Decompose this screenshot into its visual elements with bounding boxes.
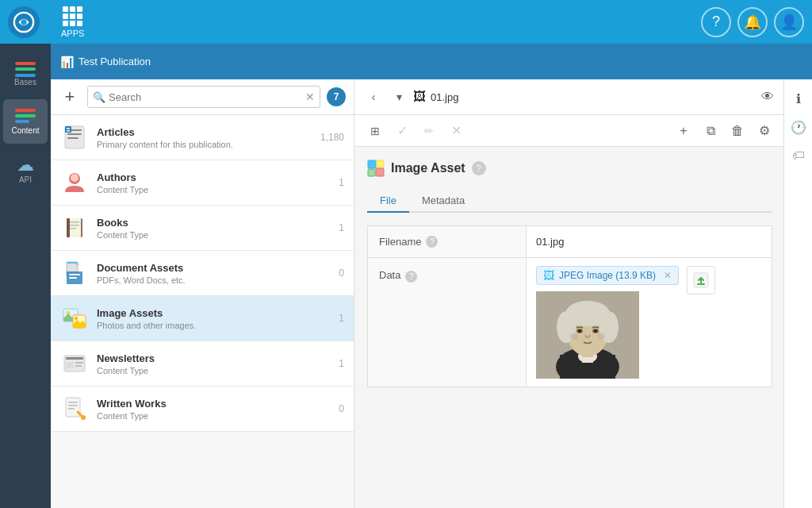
image-assets-count: 1 (339, 313, 344, 324)
list-item[interactable]: Articles Primary content for this public… (51, 115, 354, 160)
asset-title-text: Image Asset (391, 161, 465, 175)
detail-area: Image Asset ? File Metadata Filename ? (354, 147, 812, 508)
sidebar-item-bases[interactable]: Bases (3, 52, 48, 96)
search-clear-icon[interactable]: ✕ (305, 90, 315, 103)
asset-title-row: Image Asset ? (367, 160, 772, 177)
authors-sub: Content Type (97, 185, 332, 194)
list-item-active[interactable]: Image Assets Photos and other images. 1 (51, 296, 354, 341)
document-assets-icon (60, 259, 89, 287)
svg-rect-29 (75, 362, 83, 364)
bases-icon (15, 62, 36, 78)
notification-icon[interactable]: 🔔 (737, 7, 768, 37)
api-icon: ☁ (17, 155, 34, 175)
image-assets-info: Image Assets Photos and other images. (97, 307, 332, 330)
svg-rect-38 (377, 160, 384, 167)
tags-sidebar-button[interactable]: 🏷 (787, 144, 810, 167)
books-name: Books (97, 217, 332, 229)
svg-rect-40 (376, 168, 384, 176)
written-works-name: Written Works (97, 398, 332, 410)
stack-icon[interactable]: ⊞ (364, 120, 386, 142)
data-help-icon[interactable]: ? (405, 271, 417, 283)
list-item[interactable]: Authors Content Type 1 (51, 160, 354, 206)
upload-button[interactable] (687, 266, 715, 294)
toolbar-copy-button[interactable]: ⧉ (699, 120, 722, 142)
sidebar-item-content[interactable]: Content (3, 99, 48, 144)
books-count: 1 (339, 222, 344, 233)
right-toolbar: ⊞ ✓ ✏ ✕ + ⧉ 🗑 ⚙ ⋮ (354, 115, 812, 147)
doc-assets-sub: PDFs, Word Docs, etc. (97, 275, 332, 285)
svg-point-54 (578, 329, 582, 333)
toolbar-delete-button[interactable]: 🗑 (726, 120, 749, 142)
filename-help-icon[interactable]: ? (426, 236, 438, 248)
check-button[interactable]: ✓ (391, 120, 413, 142)
top-nav: APPS ? 🔔 👤 (0, 0, 812, 44)
written-works-info: Written Works Content Type (97, 398, 332, 421)
filename-label-text: Filename (379, 236, 421, 248)
right-panel: ‹ ▾ 🖼 01.jpg 👁 ☰ ⊞ ✓ ✏ ✕ + ⧉ (354, 79, 812, 508)
file-badge: 🖼 JPEG Image (13.9 KB) ✕ (536, 266, 679, 285)
authors-count: 1 (339, 177, 344, 188)
svg-point-1 (21, 19, 26, 25)
written-works-icon (60, 394, 89, 423)
written-works-sub: Content Type (97, 411, 332, 421)
file-remove-button[interactable]: ✕ (664, 270, 672, 281)
apps-button[interactable]: APPS (52, 2, 94, 43)
toolbar-settings-button[interactable]: ⚙ (753, 120, 776, 142)
svg-rect-4 (67, 133, 82, 135)
file-type-icon: 🖼 (543, 269, 554, 282)
filename-value-cell (527, 226, 772, 257)
nav-back-button[interactable]: ‹ (362, 86, 385, 108)
left-sidebar: Bases Content ☁ API (0, 44, 51, 508)
svg-point-10 (71, 174, 79, 182)
help-icon[interactable]: ? (701, 7, 731, 37)
info-sidebar-button[interactable]: ℹ (787, 87, 810, 110)
close-button[interactable]: ✕ (445, 120, 467, 142)
newsletters-icon (60, 349, 89, 378)
portrait-image (536, 291, 639, 379)
sub-header: 📊 Test Publication (51, 44, 812, 79)
help-icon[interactable]: ? (472, 161, 486, 175)
svg-rect-28 (66, 362, 74, 368)
filename-input[interactable] (536, 236, 762, 248)
image-asset-icon (367, 160, 385, 177)
svg-rect-13 (70, 221, 79, 223)
edit-button[interactable]: ✏ (418, 120, 440, 142)
count-badge: 7 (327, 87, 346, 106)
toolbar-add-button[interactable]: + (672, 120, 695, 142)
authors-name: Authors (97, 171, 332, 183)
content-label: Content (11, 126, 39, 135)
authors-icon (60, 168, 89, 197)
books-info: Books Content Type (97, 217, 332, 240)
svg-rect-33 (68, 405, 78, 406)
user-icon[interactable]: 👤 (774, 7, 804, 37)
list-item[interactable]: Written Works Content Type 0 (51, 387, 354, 432)
filename-label: 01.jpg (431, 91, 458, 103)
tab-metadata[interactable]: Metadata (409, 190, 477, 213)
history-sidebar-button[interactable]: 🕐 (787, 116, 810, 138)
publication-icon: 📊 (60, 56, 74, 68)
list-item[interactable]: Books Content Type 1 (51, 206, 354, 251)
content-area: + 🔍 ✕ 7 (51, 79, 812, 508)
file-badge-label: JPEG Image (13.9 KB) (559, 270, 656, 281)
articles-sub: Primary content for this publication. (97, 140, 314, 149)
svg-rect-5 (67, 137, 79, 139)
list-panel: + 🔍 ✕ 7 (51, 79, 354, 508)
list-item[interactable]: Newsletters Content Type 1 (51, 341, 354, 387)
nav-dropdown-button[interactable]: ▾ (388, 86, 410, 108)
list-item[interactable]: Document Assets PDFs, Word Docs, etc. 0 (51, 251, 354, 296)
newsletters-info: Newsletters Content Type (97, 352, 332, 375)
svg-rect-14 (70, 225, 79, 226)
sidebar-item-api[interactable]: ☁ API (3, 147, 48, 191)
tab-file[interactable]: File (367, 190, 409, 213)
logo[interactable] (8, 6, 40, 38)
search-input[interactable] (109, 91, 305, 103)
svg-rect-37 (368, 160, 376, 168)
doc-assets-info: Document Assets PDFs, Word Docs, etc. (97, 262, 332, 285)
view-button[interactable]: 👁 (756, 86, 779, 108)
apps-label: APPS (61, 29, 84, 38)
data-label-cell: Data ? (368, 258, 527, 387)
add-item-button[interactable]: + (59, 86, 81, 108)
newsletters-name: Newsletters (97, 352, 332, 364)
upload-icon (692, 271, 710, 289)
file-icon: 🖼 (413, 90, 426, 104)
